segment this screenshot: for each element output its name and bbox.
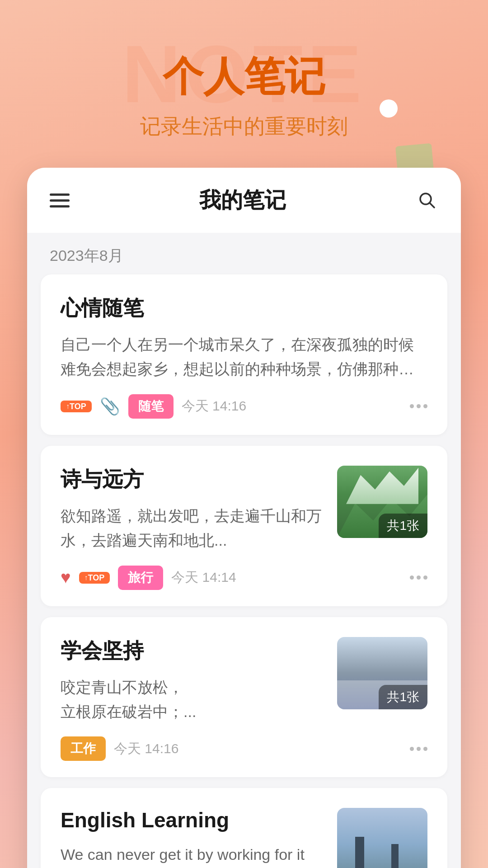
note-title-2: 诗与远方 (61, 466, 326, 494)
more-dot (417, 576, 421, 580)
note-preview-1: 自己一个人在另一个城市呆久了，在深夜孤独的时候难免会想起家乡，想起以前的种种场景… (61, 332, 427, 382)
tag-work-3: 工作 (61, 736, 106, 761)
app-title: 个人笔记 (0, 54, 488, 99)
more-dot (423, 576, 427, 580)
more-dot (410, 576, 414, 580)
menu-button[interactable] (50, 193, 70, 208)
more-dot (410, 404, 414, 408)
more-button-3[interactable] (410, 747, 427, 751)
app-header-title: 我的笔记 (199, 186, 286, 215)
more-button-1[interactable] (410, 404, 427, 408)
note-meta-2: ♥ ↑ TOP 旅行 今天 14:14 (61, 566, 236, 590)
section-date: 2023年8月 (27, 233, 461, 274)
more-button-2[interactable] (410, 576, 427, 580)
note-time-1: 今天 14:16 (182, 397, 246, 415)
heart-icon-2: ♥ (61, 568, 71, 587)
app-subtitle: 记录生活中的重要时刻 (0, 113, 488, 141)
note-time-2: 今天 14:14 (171, 568, 236, 587)
menu-line-3 (50, 205, 70, 208)
top-badge-2: ↑ TOP (79, 572, 110, 584)
thumbnail-count-3: 共1张 (379, 685, 427, 709)
note-footer-3: 工作 今天 14:16 (61, 736, 427, 761)
header-section: 个人笔记 记录生活中的重要时刻 (0, 0, 488, 168)
menu-line-1 (50, 193, 70, 196)
note-content-3: 学会坚持 咬定青山不放松，立根原在破岩中；... (61, 637, 326, 724)
more-dot (417, 404, 421, 408)
note-card-2[interactable]: 诗与远方 欲知路遥，就出发吧，去走遍千山和万水，去踏遍天南和地北... 共1张 … (41, 446, 447, 606)
note-content-2: 诗与远方 欲知路遥，就出发吧，去走遍千山和万水，去踏遍天南和地北... (61, 466, 326, 553)
more-dot (423, 747, 427, 751)
note-thumbnail-2: 共1张 (337, 466, 427, 538)
menu-line-2 (50, 199, 70, 202)
note-footer-2: ♥ ↑ TOP 旅行 今天 14:14 (61, 566, 427, 590)
search-button[interactable] (416, 189, 438, 212)
more-dot (417, 747, 421, 751)
note-card-4[interactable]: English Learning We can never get it by … (41, 788, 447, 868)
note-preview-3: 咬定青山不放松，立根原在破岩中；... (61, 675, 326, 724)
note-preview-4: We can never get it by working for it (61, 842, 326, 867)
note-card-3[interactable]: 学会坚持 咬定青山不放松，立根原在破岩中；... 共1张 工作 今天 14:16 (41, 617, 447, 778)
note-footer-1: ↑ TOP 📎 随笔 今天 14:16 (61, 394, 427, 419)
tag-random-1: 随笔 (128, 394, 174, 419)
more-dot (423, 404, 427, 408)
note-time-3: 今天 14:16 (114, 740, 178, 758)
paperclip-icon-1: 📎 (100, 397, 120, 416)
note-meta-1: ↑ TOP 📎 随笔 今天 14:16 (61, 394, 246, 419)
tag-travel-2: 旅行 (118, 566, 163, 590)
note-thumbnail-4 (337, 808, 427, 868)
note-title-4: English Learning (61, 808, 326, 832)
note-title-1: 心情随笔 (61, 294, 427, 322)
thumbnail-count-2: 共1张 (379, 514, 427, 538)
note-content-4: English Learning We can never get it by … (61, 808, 326, 868)
top-badge-1: ↑ TOP (61, 401, 92, 412)
note-title-3: 学会坚持 (61, 637, 326, 665)
app-card: 我的笔记 2023年8月 心情随笔 自己一个人在另一个城市呆久了，在深夜孤独的时… (27, 168, 461, 868)
note-meta-3: 工作 今天 14:16 (61, 736, 178, 761)
note-content-1: 心情随笔 自己一个人在另一个城市呆久了，在深夜孤独的时候难免会想起家乡，想起以前… (61, 294, 427, 382)
note-thumbnail-3: 共1张 (337, 637, 427, 709)
note-card-1[interactable]: 心情随笔 自己一个人在另一个城市呆久了，在深夜孤独的时候难免会想起家乡，想起以前… (41, 274, 447, 435)
thumbnail-london (337, 808, 427, 868)
svg-line-1 (430, 203, 435, 208)
more-dot (410, 747, 414, 751)
note-preview-2: 欲知路遥，就出发吧，去走遍千山和万水，去踏遍天南和地北... (61, 504, 326, 553)
app-header: 我的笔记 (27, 168, 461, 233)
search-icon (417, 190, 437, 210)
